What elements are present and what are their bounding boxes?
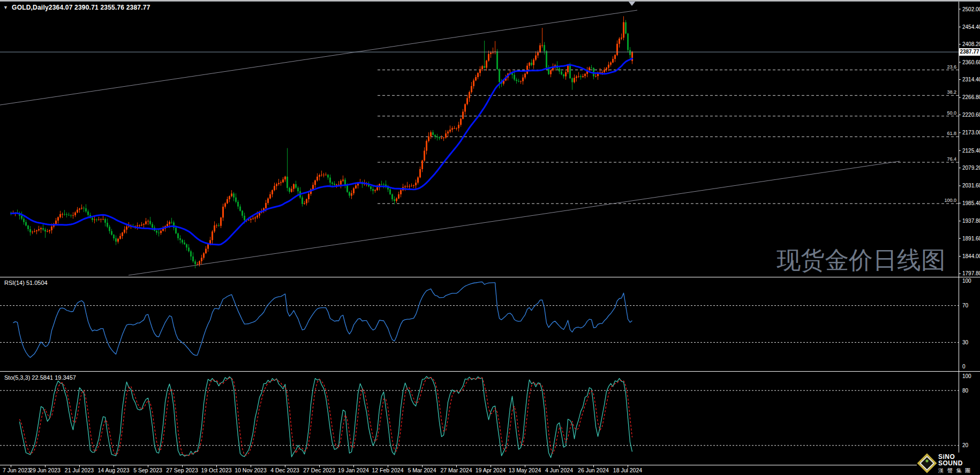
candle-up <box>574 78 575 82</box>
candle-down <box>239 207 241 211</box>
candle-down <box>107 223 108 227</box>
candle-down <box>96 220 97 220</box>
candle-up <box>205 249 207 253</box>
candle-up <box>404 186 406 187</box>
candle-up <box>430 132 432 137</box>
candle-down <box>436 137 438 137</box>
candle-up <box>608 65 609 68</box>
trend-channel[interactable] <box>0 1 900 275</box>
candle-up <box>604 70 605 72</box>
chart-dropdown-icon[interactable]: ▼ <box>3 5 8 10</box>
candle-up <box>619 39 620 44</box>
candle-up <box>406 186 408 186</box>
candle-down <box>104 219 106 223</box>
candle-down <box>235 198 237 202</box>
broker-logo-textbox: SiNO SOUND 漢 聲 集 團 <box>938 454 980 473</box>
candle-up <box>522 78 524 81</box>
sto-axis-label: 20 <box>962 442 969 448</box>
trend-channel-upper-line[interactable] <box>0 10 637 105</box>
candle-up <box>526 66 528 74</box>
candle-down <box>569 65 571 78</box>
time-axis-label: 4 Jun 2024 <box>545 467 573 473</box>
candle-up <box>32 232 33 232</box>
candle-down <box>531 63 532 65</box>
time-axis-label: 12 Feb 2024 <box>372 467 404 473</box>
candle-up <box>353 189 355 193</box>
candle-up <box>272 190 273 194</box>
candle-up <box>424 150 425 160</box>
candle-up <box>308 194 310 199</box>
candle-up <box>565 72 567 77</box>
candle-up <box>398 194 399 199</box>
candle-down <box>244 216 245 220</box>
candle-up <box>417 177 419 183</box>
candle-down <box>295 184 297 188</box>
price-axis-label: 2079.20 <box>962 165 980 171</box>
candle-up <box>374 190 376 191</box>
candle-up <box>537 52 539 56</box>
price-axis[interactable]: 2502.002454.402408.202360.602314.402266.… <box>959 6 980 449</box>
candle-down <box>484 66 485 68</box>
price-axis-label: 2502.00 <box>962 6 980 12</box>
time-axis-label: 27 Sep 2023 <box>166 467 198 473</box>
chart-title-bar: ▼GOLD,Daily2364.07 2390.71 2355.76 2387.… <box>3 4 150 11</box>
candle-down <box>177 233 179 238</box>
candle-down <box>111 231 112 235</box>
candle-down <box>171 222 172 222</box>
sto-axis-label: 100 <box>962 373 971 379</box>
candle-up <box>533 59 534 65</box>
candle-up <box>621 37 622 39</box>
sto-d-line <box>20 378 632 456</box>
candle-up <box>460 119 462 125</box>
candle-down <box>432 132 434 135</box>
ma-line <box>11 58 632 245</box>
candle-up <box>576 77 577 78</box>
candle-down <box>381 184 382 185</box>
candle-up <box>77 210 78 213</box>
candle-up <box>280 182 282 183</box>
candle-up <box>612 59 614 63</box>
candle-up <box>276 184 277 186</box>
candle-down <box>44 230 46 232</box>
candle-down <box>179 238 181 240</box>
candle-up <box>124 230 125 233</box>
stochastic-panel[interactable] <box>0 376 959 458</box>
rsi-panel[interactable] <box>0 282 959 357</box>
candle-up <box>606 67 607 70</box>
price-axis-label: 2454.40 <box>962 24 980 30</box>
candle-down <box>544 45 545 51</box>
candle-up <box>220 217 222 225</box>
trend-arrow-icon[interactable] <box>628 1 636 6</box>
candle-down <box>563 74 564 77</box>
chart-canvas[interactable]: 23.638.250.061.876.4100.02502.002454.402… <box>0 0 980 475</box>
candle-down <box>289 188 290 192</box>
candle-down <box>64 214 65 215</box>
trading-chart-window: ▼GOLD,Daily2364.07 2390.71 2355.76 2387.… <box>0 0 980 475</box>
candle-up <box>477 73 479 77</box>
candle-up <box>325 175 327 175</box>
candle-up <box>250 219 252 220</box>
sto-axis-label: 80 <box>962 388 969 394</box>
candle-down <box>287 177 288 188</box>
candle-up <box>413 185 414 186</box>
candle-up <box>567 65 569 72</box>
candle-up <box>323 175 325 175</box>
candle-up <box>451 128 453 130</box>
candle-up <box>469 92 470 98</box>
candle-up <box>336 185 337 185</box>
candle-up <box>411 186 412 186</box>
main-price-panel[interactable]: 23.638.250.061.876.4100.0 <box>0 1 959 275</box>
candle-up <box>38 229 40 230</box>
candle-down <box>152 224 153 228</box>
time-axis[interactable]: 7 Jun 202329 Jun 202321 Jul 202314 Aug 2… <box>3 465 642 474</box>
rsi-axis-label: 0 <box>962 364 966 370</box>
candle-up <box>614 55 616 59</box>
price-axis-label: 2314.40 <box>962 77 980 82</box>
candle-up <box>81 208 82 208</box>
candle-down <box>188 247 190 251</box>
candle-down <box>115 238 117 242</box>
candle-up <box>34 231 35 232</box>
time-axis-label: 14 Aug 2023 <box>98 467 130 473</box>
candle-up <box>458 125 459 128</box>
candle-up <box>100 219 102 220</box>
